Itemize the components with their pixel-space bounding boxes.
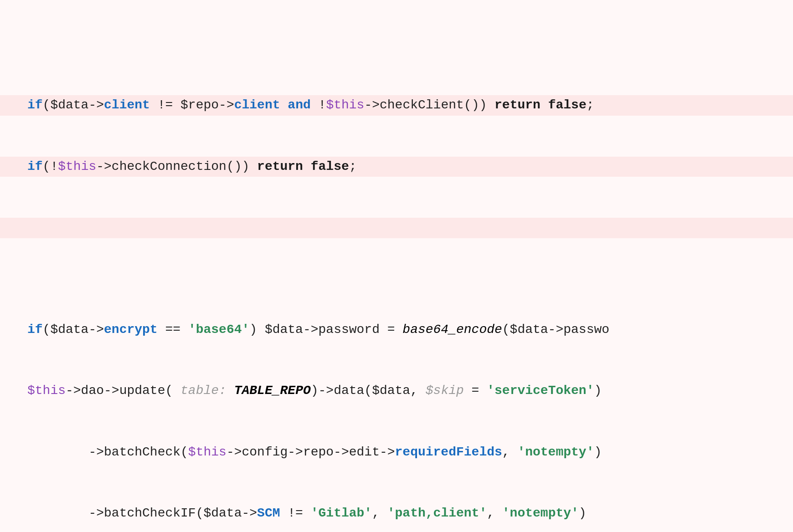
code-line-2: if(!$this->checkConnection()) return fal… [0,157,793,177]
code-block: if($data->client != $repo->client and !$… [27,14,766,532]
code-line-5: ->batchCheck($this->config->repo->edit->… [27,442,766,463]
code-container: if($data->client != $repo->client and !$… [0,0,793,532]
code-line-4: $this->dao->update( table: TABLE_REPO)->… [27,381,766,401]
code-line-6: ->batchCheckIF($data->SCM != 'Gitlab', '… [27,503,766,524]
code-blank-1 [0,218,793,238]
code-line-3: if($data->encrypt == 'base64') $data->pa… [27,320,766,340]
code-line-1: if($data->client != $repo->client and !$… [0,95,793,116]
